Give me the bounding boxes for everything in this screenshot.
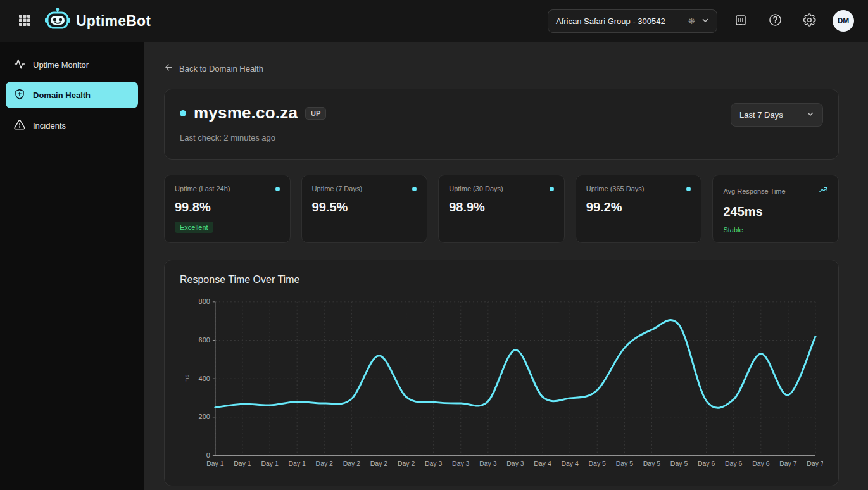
- sidebar: Uptime Monitor Domain Health Incidents: [0, 42, 144, 490]
- stat-label: Uptime (30 Days): [449, 185, 503, 192]
- svg-text:Day 3: Day 3: [479, 460, 497, 467]
- robot-logo-icon: [44, 8, 71, 34]
- help-icon: [769, 13, 782, 28]
- stat-card-uptime-30d: Uptime (30 Days) 98.9%: [438, 175, 565, 243]
- settings-button[interactable]: [798, 10, 820, 32]
- sidebar-item-uptime-monitor[interactable]: Uptime Monitor: [6, 51, 138, 78]
- svg-text:Day 3: Day 3: [506, 460, 524, 467]
- svg-text:Day 1: Day 1: [234, 460, 251, 467]
- up-status-badge: UP: [305, 107, 326, 120]
- stat-value: 99.5%: [312, 200, 417, 215]
- organization-dropdown-label: African Safari Group - 300542: [556, 16, 682, 26]
- topbar: UptimeBot African Safari Group - 300542 …: [0, 0, 868, 42]
- svg-text:Day 5: Day 5: [616, 460, 634, 467]
- organization-building-button[interactable]: [730, 10, 752, 32]
- svg-text:Day 5: Day 5: [670, 460, 688, 467]
- svg-text:800: 800: [199, 298, 210, 305]
- arrow-left-icon: [164, 63, 173, 74]
- svg-text:Day 2: Day 2: [370, 460, 388, 467]
- sidebar-item-domain-health[interactable]: Domain Health: [6, 82, 138, 108]
- alert-triangle-icon: [14, 119, 25, 132]
- last-check-text: Last check: 2 minutes ago: [180, 133, 326, 142]
- chart-title: Response Time Over Time: [180, 274, 823, 286]
- sidebar-item-label: Domain Health: [33, 91, 91, 100]
- sidebar-item-label: Uptime Monitor: [33, 60, 89, 70]
- stat-card-uptime-365d: Uptime (365 Days) 99.2%: [576, 175, 702, 243]
- svg-text:Day 1: Day 1: [261, 460, 279, 467]
- response-time-chart: 0200400600800msDay 1Day 1Day 1Day 1Day 2…: [180, 294, 823, 477]
- svg-text:Day 6: Day 6: [725, 460, 743, 467]
- stat-label: Uptime (Last 24h): [175, 185, 230, 192]
- svg-text:Day 1: Day 1: [206, 460, 224, 467]
- domain-status-dot: [180, 110, 186, 116]
- svg-text:Day 2: Day 2: [343, 460, 361, 467]
- app-logo: UptimeBot: [44, 8, 151, 34]
- app-title: UptimeBot: [76, 13, 151, 30]
- svg-text:200: 200: [199, 413, 210, 420]
- shield-plus-icon: [14, 89, 25, 102]
- user-avatar[interactable]: DM: [833, 10, 854, 32]
- organization-icon: ❋: [688, 16, 695, 26]
- stat-card-uptime-7d: Uptime (7 Days) 99.5%: [301, 175, 428, 243]
- stats-row: Uptime (Last 24h) 99.8% Excellent Uptime…: [164, 175, 839, 243]
- svg-text:Day 1: Day 1: [289, 460, 306, 467]
- svg-text:Day 7: Day 7: [807, 460, 823, 467]
- sidebar-item-label: Incidents: [33, 121, 66, 130]
- back-link-label: Back to Domain Health: [179, 64, 263, 73]
- svg-text:Day 7: Day 7: [779, 460, 797, 467]
- topbar-actions: African Safari Group - 300542 ❋: [548, 9, 854, 33]
- response-time-chart-card: Response Time Over Time 0200400600800msD…: [164, 260, 839, 486]
- status-dot-icon: [275, 187, 280, 191]
- status-dot-icon: [686, 187, 691, 191]
- domain-header-card: mysme.co.za UP Last check: 2 minutes ago…: [164, 89, 839, 160]
- back-link[interactable]: Back to Domain Health: [164, 63, 263, 74]
- svg-text:Day 4: Day 4: [561, 460, 579, 467]
- gear-icon: [803, 13, 816, 28]
- main-content: Back to Domain Health mysme.co.za UP Las…: [144, 42, 868, 490]
- status-dot-icon: [550, 187, 554, 191]
- domain-name: mysme.co.za: [194, 103, 298, 123]
- time-range-label: Last 7 Days: [739, 110, 783, 120]
- stable-status-text: Stable: [723, 226, 828, 234]
- apps-grid-button[interactable]: [14, 10, 35, 32]
- svg-text:ms: ms: [183, 375, 190, 383]
- svg-text:Day 6: Day 6: [752, 460, 770, 467]
- svg-text:Day 3: Day 3: [452, 460, 470, 467]
- svg-text:600: 600: [199, 336, 210, 344]
- activity-icon: [14, 58, 25, 72]
- svg-text:Day 5: Day 5: [589, 460, 607, 467]
- svg-text:Day 4: Day 4: [534, 460, 551, 467]
- svg-text:Day 5: Day 5: [643, 460, 661, 467]
- status-dot-icon: [412, 187, 417, 191]
- organization-dropdown[interactable]: African Safari Group - 300542 ❋: [548, 9, 717, 33]
- apps-grid-icon: [18, 14, 31, 28]
- svg-text:Day 3: Day 3: [425, 460, 443, 467]
- svg-text:Day 2: Day 2: [398, 460, 415, 467]
- svg-text:0: 0: [206, 451, 210, 459]
- sidebar-item-incidents[interactable]: Incidents: [6, 112, 138, 139]
- chevron-down-icon: [807, 110, 814, 120]
- stat-label: Uptime (7 Days): [312, 185, 362, 192]
- stat-label: Uptime (365 Days): [586, 185, 645, 192]
- stat-value: 98.9%: [449, 200, 554, 215]
- chevron-down-icon: [701, 16, 709, 26]
- stat-value: 99.2%: [586, 200, 691, 215]
- time-range-dropdown[interactable]: Last 7 Days: [731, 103, 823, 127]
- svg-text:Day 6: Day 6: [698, 460, 715, 467]
- stat-card-uptime-24h: Uptime (Last 24h) 99.8% Excellent: [164, 175, 291, 243]
- stat-value: 245ms: [723, 204, 828, 219]
- stat-label: Avg Response Time: [723, 187, 785, 195]
- line-chart-svg: 0200400600800msDay 1Day 1Day 1Day 1Day 2…: [180, 294, 823, 477]
- svg-text:Day 2: Day 2: [316, 460, 334, 467]
- help-button[interactable]: [764, 10, 786, 32]
- trend-up-icon: [819, 185, 828, 197]
- svg-text:400: 400: [199, 375, 210, 382]
- excellent-badge: Excellent: [175, 222, 213, 233]
- stat-value: 99.8%: [175, 200, 280, 215]
- building-icon: [734, 14, 747, 28]
- stat-card-avg-response: Avg Response Time 245ms Stable: [712, 175, 839, 243]
